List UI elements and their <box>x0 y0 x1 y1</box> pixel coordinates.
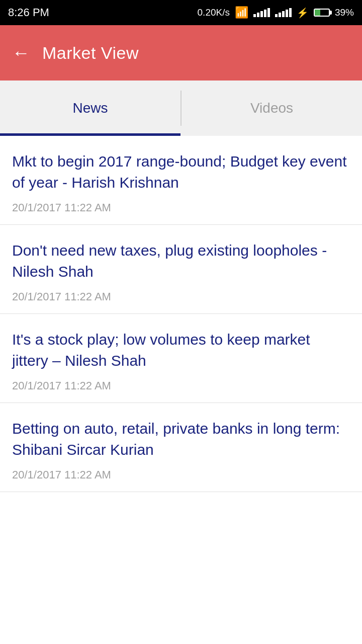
tab-news[interactable]: News <box>0 80 180 136</box>
battery-icon <box>314 9 330 17</box>
news-title-4: Betting on auto, retail, private banks i… <box>12 418 350 460</box>
news-date-2: 20/1/2017 11:22 AM <box>12 290 350 303</box>
news-date-1: 20/1/2017 11:22 AM <box>12 201 350 214</box>
news-item-3[interactable]: It's a stock play; low volumes to keep m… <box>0 314 362 403</box>
signal-icon <box>253 8 270 17</box>
status-right: 0.20K/s 📶 ⚡ 39% <box>198 6 354 19</box>
status-bar: 8:26 PM 0.20K/s 📶 ⚡ 39% <box>0 0 362 25</box>
network-speed: 0.20K/s <box>198 7 230 18</box>
app-bar: ← Market View <box>0 25 362 80</box>
wifi-icon: 📶 <box>235 6 248 19</box>
news-list: Mkt to begin 2017 range-bound; Budget ke… <box>0 136 362 492</box>
back-button[interactable]: ← <box>12 42 30 63</box>
news-date-4: 20/1/2017 11:22 AM <box>12 468 350 481</box>
news-title-1: Mkt to begin 2017 range-bound; Budget ke… <box>12 151 350 193</box>
signal2-icon <box>275 8 292 17</box>
news-item-4[interactable]: Betting on auto, retail, private banks i… <box>0 403 362 492</box>
battery-percent: 39% <box>335 7 354 18</box>
news-date-3: 20/1/2017 11:22 AM <box>12 379 350 392</box>
news-title-3: It's a stock play; low volumes to keep m… <box>12 329 350 371</box>
app-title: Market View <box>42 43 139 63</box>
news-item-1[interactable]: Mkt to begin 2017 range-bound; Budget ke… <box>0 136 362 225</box>
news-item-2[interactable]: Don't need new taxes, plug existing loop… <box>0 225 362 314</box>
news-title-2: Don't need new taxes, plug existing loop… <box>12 240 350 282</box>
tab-videos[interactable]: Videos <box>182 80 362 136</box>
tab-bar: News Videos <box>0 80 362 136</box>
charging-icon: ⚡ <box>297 7 309 19</box>
status-time: 8:26 PM <box>8 6 49 19</box>
